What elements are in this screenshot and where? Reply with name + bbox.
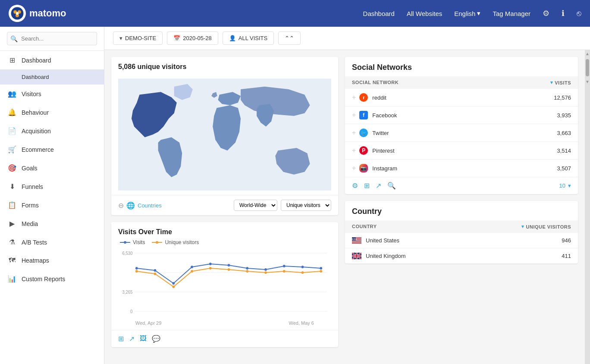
col-visitors-label: ▾ UNIQUE VISITORS	[521, 224, 571, 229]
comment-icon[interactable]: 💬	[152, 335, 160, 343]
country-title: Country	[345, 201, 578, 220]
metric-select[interactable]: Unique visitors	[281, 200, 331, 211]
table-row: + 🐦 Twitter 3,663	[345, 124, 578, 142]
svg-rect-46	[352, 241, 361, 241]
map-footer: ⊖ 🌐 Countries World-Wide Unique visitors	[111, 195, 338, 215]
table-action-icon[interactable]: ⊞	[364, 182, 370, 190]
chart-container: Visits Unique visitors	[111, 239, 338, 330]
table-row: + 📷 Instagram 3,507	[345, 160, 578, 177]
content-area: ▾ DEMO-SITE 📅 2020-05-28 👤 ALL VISITS ⌃⌃	[104, 27, 590, 364]
scope-select[interactable]: World-Wide	[234, 200, 277, 211]
row-label: f Facebook	[359, 111, 557, 119]
logout-icon[interactable]: ⎋	[577, 9, 581, 18]
pinterest-icon: P	[359, 146, 368, 155]
svg-rect-51	[352, 243, 361, 244]
nav-all-websites[interactable]: All Websites	[407, 10, 442, 17]
legend-visits: Visits	[120, 239, 145, 245]
site-selector[interactable]: ▾ DEMO-SITE	[113, 31, 163, 45]
map-card: 5,086 unique visitors	[111, 57, 338, 215]
search-action-icon[interactable]: 🔍	[387, 182, 396, 190]
expand-icon[interactable]: +	[352, 94, 356, 101]
sidebar: 🔍 ⊞ Dashboard Dashboard 👥 Visitors 🔔 Beh…	[0, 27, 104, 364]
pagination-arrow[interactable]: ▾	[568, 182, 571, 189]
social-footer-icons: ⚙ ⊞ ↗ 🔍	[352, 182, 396, 190]
sidebar-subitem-dashboard[interactable]: Dashboard	[0, 69, 104, 85]
sidebar-item-funnels[interactable]: ⬇ Funnels	[0, 177, 104, 196]
sidebar-item-custom-reports[interactable]: 📊 Custom Reports	[0, 270, 104, 288]
date-selector[interactable]: 📅 2020-05-28	[167, 31, 218, 45]
sidebar-item-label: Media	[22, 220, 38, 227]
info-icon[interactable]: ℹ	[562, 9, 565, 18]
logo[interactable]: matomo	[9, 5, 66, 22]
expand-icon[interactable]: +	[352, 164, 356, 172]
funnel-icon: ⬇	[8, 182, 16, 191]
flask-icon: ⚗	[8, 238, 16, 246]
chevron-down-icon: ▾	[477, 9, 480, 17]
sidebar-item-acquisition[interactable]: 📄 Acquisition	[0, 122, 104, 140]
sidebar-subitem-label: Dashboard	[22, 74, 49, 80]
flag-us: ★★★	[352, 237, 361, 244]
chart-legend: Visits Unique visitors	[118, 239, 331, 245]
sidebar-item-heatmaps[interactable]: 🗺 Heatmaps	[0, 251, 104, 270]
main-layout: 🔍 ⊞ Dashboard Dashboard 👥 Visitors 🔔 Beh…	[0, 27, 590, 364]
nav-dashboard[interactable]: Dashboard	[363, 10, 395, 17]
sidebar-item-behaviour[interactable]: 🔔 Behaviour	[0, 103, 104, 122]
flag-uk	[352, 253, 361, 259]
sidebar-item-ecommerce[interactable]: 🛒 Ecommerce	[0, 140, 104, 159]
social-table-header: SOCIAL NETWORK ▾ VISITS	[345, 76, 578, 89]
svg-point-23	[246, 267, 248, 270]
col-country-label: COUNTRY	[352, 224, 377, 229]
svg-point-36	[283, 270, 286, 273]
image-icon[interactable]: 🖼	[140, 335, 147, 343]
nav-tag-manager[interactable]: Tag Manager	[493, 10, 530, 17]
expand-icon[interactable]: +	[352, 147, 356, 154]
legend-unique: Unique visitors	[152, 239, 199, 245]
svg-point-29	[154, 273, 157, 275]
settings-icon[interactable]: ⚙	[543, 9, 549, 18]
table-view-icon[interactable]: ⊞	[118, 335, 124, 343]
sidebar-item-dashboard[interactable]: ⊞ Dashboard	[0, 51, 104, 69]
chart-x-end: Wed, May 6	[289, 320, 314, 326]
scroll-down-arrow[interactable]: ▼	[584, 78, 590, 85]
svg-point-9	[156, 241, 158, 244]
expand-icon[interactable]: +	[352, 129, 356, 137]
col-visits-label: ▾ VISITS	[550, 80, 571, 85]
left-column: 5,086 unique visitors	[111, 57, 338, 357]
table-row: United Kingdom 411	[345, 248, 578, 264]
settings-action-icon[interactable]: ⚙	[352, 182, 358, 190]
row-label: ★★★ United States	[352, 237, 562, 244]
sidebar-item-label: Heatmaps	[22, 257, 49, 264]
sidebar-item-media[interactable]: ▶ Media	[0, 214, 104, 233]
row-value: 3,663	[557, 130, 571, 136]
row-value: 946	[562, 237, 571, 244]
sidebar-item-abtests[interactable]: ⚗ A/B Tests	[0, 233, 104, 251]
row-label: United Kingdom	[352, 253, 562, 259]
row-value: 3,935	[557, 112, 571, 119]
zoom-out-icon[interactable]: ⊖	[118, 201, 124, 210]
scroll-up-arrow[interactable]: ▲	[584, 50, 590, 57]
social-networks-card: Social Networks SOCIAL NETWORK ▾ VISITS …	[345, 57, 578, 194]
right-column: Social Networks SOCIAL NETWORK ▾ VISITS …	[345, 57, 578, 357]
row-label: P Pinterest	[359, 146, 557, 155]
segment-selector[interactable]: 👤 ALL VISITS	[223, 31, 274, 45]
search-input[interactable]	[7, 32, 97, 45]
svg-point-31	[191, 270, 193, 273]
row-value: 3,514	[557, 147, 571, 154]
target-icon: 🎯	[8, 164, 16, 172]
sidebar-item-visitors[interactable]: 👥 Visitors	[0, 85, 104, 103]
nav-language[interactable]: English ▾	[454, 9, 480, 17]
chart-footer: ⊞ ↗ 🖼 💬	[111, 330, 338, 347]
share-action-icon[interactable]: ↗	[376, 182, 381, 190]
map-footer-left: ⊖ 🌐 Countries	[118, 201, 162, 210]
site-label: DEMO-SITE	[125, 35, 156, 41]
scroll-thumb[interactable]	[586, 59, 589, 76]
sidebar-item-label: Forms	[22, 202, 39, 209]
collapse-button[interactable]: ⌃⌃	[278, 31, 301, 45]
sidebar-item-goals[interactable]: 🎯 Goals	[0, 159, 104, 177]
countries-link[interactable]: Countries	[138, 202, 162, 209]
expand-icon[interactable]: +	[352, 111, 356, 119]
instagram-icon: 📷	[359, 164, 368, 173]
svg-text:★★★: ★★★	[352, 238, 357, 240]
sidebar-item-forms[interactable]: 📋 Forms	[0, 196, 104, 214]
export-icon[interactable]: ↗	[129, 335, 135, 343]
